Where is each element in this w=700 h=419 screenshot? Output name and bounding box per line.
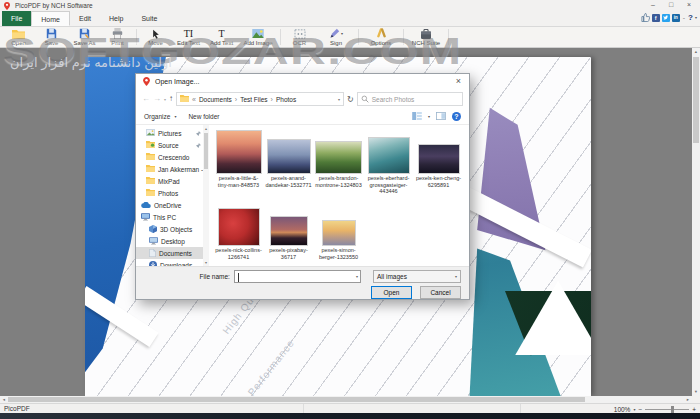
save-as-button[interactable]: Save As [68, 27, 101, 47]
facebook-icon[interactable]: f [652, 14, 660, 22]
file-item[interactable]: pexels-nick-collins-1266741 [215, 209, 262, 266]
file-thumbnail[interactable] [323, 221, 355, 245]
scroll-down-icon[interactable]: ▾ [692, 388, 700, 396]
breadcrumb-segment-documents[interactable]: Documents [199, 96, 232, 103]
horizontal-scrollbar[interactable]: ◂ ▸ [0, 396, 692, 403]
sidebar-scroll-thumb[interactable] [204, 133, 208, 169]
breadcrumb-segment-test-files[interactable]: Test Files [240, 96, 267, 103]
tab-file[interactable]: File [2, 11, 31, 26]
file-item[interactable]: pexels-anand-dandekar-1532771 [265, 129, 312, 209]
file-name-dropdown-icon[interactable]: ▾ [356, 274, 358, 279]
sidebar-item-onedrive[interactable]: OneDrive [136, 199, 209, 211]
open-dialog-cancel-button[interactable]: Cancel [420, 286, 461, 299]
thumbs-up-icon[interactable] [641, 13, 650, 23]
vertical-scroll-thumb[interactable] [693, 57, 699, 143]
file-name-input[interactable] [235, 271, 360, 282]
sidebar-item-3d-objects[interactable]: 3D Objects [136, 223, 209, 235]
zoom-dropdown-icon[interactable]: ▾ [633, 407, 635, 412]
ocr-button[interactable]: OCR [283, 27, 316, 47]
search-box[interactable]: Search Photos [357, 92, 463, 106]
sidebar-item-downloads[interactable]: Downloads [136, 259, 209, 266]
file-item[interactable]: pexels-simon-berger-1323550 [315, 209, 362, 266]
sidebar-item-this-pc[interactable]: This PC [136, 211, 209, 223]
refresh-icon[interactable]: ↻ [347, 95, 354, 104]
sign-dropdown-icon[interactable]: ▾ [341, 31, 343, 36]
twitter-icon[interactable] [662, 14, 670, 22]
file-item[interactable]: pexels-ken-cheng-6295891 [415, 129, 462, 209]
sidebar-item-crescendo[interactable]: Crescendo [136, 151, 209, 163]
file-name-combo[interactable]: ▾ [234, 270, 361, 283]
tab-suite[interactable]: Suite [132, 11, 166, 26]
organize-dropdown-icon[interactable]: ▾ [174, 114, 176, 119]
forward-icon[interactable]: → [153, 95, 161, 103]
dialog-help-icon[interactable]: ? [452, 112, 461, 121]
breadcrumb-chevron-icon[interactable]: › [271, 96, 273, 103]
sidebar-item-jan-akkerman[interactable]: Jan Akkerman - [136, 163, 209, 175]
minimize-button[interactable]: – [644, 0, 662, 10]
sidebar-item-desktop[interactable]: Desktop [136, 235, 209, 247]
help-dropdown-icon[interactable]: ▾ [695, 15, 697, 20]
file-type-dropdown-icon[interactable]: ▾ [455, 274, 457, 279]
tab-home[interactable]: Home [31, 11, 70, 26]
scroll-up-icon[interactable]: ▴ [203, 125, 209, 132]
save-button[interactable]: Save [35, 27, 68, 47]
file-thumbnail[interactable] [271, 217, 307, 245]
sidebar-item-photos[interactable]: Photos [136, 187, 209, 199]
horizontal-scroll-thumb[interactable] [8, 397, 585, 402]
help-menu-icon[interactable]: ? [688, 13, 693, 22]
add-text-button[interactable]: T Add Text [205, 27, 238, 47]
file-thumbnail[interactable] [268, 140, 310, 173]
tab-edit[interactable]: Edit [70, 11, 100, 26]
breadcrumb-chevron-icon[interactable]: › [235, 96, 237, 103]
new-folder-button[interactable]: New folder [188, 113, 219, 120]
breadcrumb-segment-photos[interactable]: Photos [276, 96, 296, 103]
linkedin-icon[interactable]: in [672, 14, 680, 22]
maximize-button[interactable]: □ [662, 0, 680, 10]
up-icon[interactable]: ↑ [169, 95, 173, 103]
nch-suite-button[interactable]: NCH Suite [406, 27, 446, 47]
move-button[interactable]: Move [139, 27, 172, 47]
open-dialog-open-button[interactable]: Open [371, 286, 412, 299]
zoom-in-button[interactable]: + [692, 406, 696, 413]
recent-locations-dropdown-icon[interactable]: ▾ [164, 97, 166, 102]
edit-text-button[interactable]: TI Edit Text [172, 27, 205, 47]
file-item[interactable]: pexels-eberhard-grossgasteiger-443446 [365, 129, 412, 209]
scroll-up-icon[interactable]: ▴ [692, 48, 700, 56]
preview-pane-icon[interactable] [436, 112, 446, 121]
breadcrumb-collapse-marker[interactable]: « [192, 96, 196, 103]
file-thumbnail[interactable] [316, 142, 361, 173]
organize-button[interactable]: Organize [144, 113, 170, 120]
file-thumbnail[interactable] [369, 138, 409, 173]
sidebar-item-pictures[interactable]: Pictures [136, 127, 209, 139]
open-button[interactable]: Open [2, 27, 35, 47]
scroll-right-icon[interactable]: ▸ [684, 396, 692, 403]
sidebar-item-source[interactable]: Source [136, 139, 209, 151]
breadcrumb-dropdown-icon[interactable]: ▾ [338, 97, 340, 102]
sidebar-item-mixpad[interactable]: MixPad [136, 175, 209, 187]
sign-button[interactable]: ▾ Sign [316, 27, 356, 47]
breadcrumb[interactable]: « Documents › Test Files › Photos ▾ [176, 92, 344, 106]
scroll-left-icon[interactable]: ◂ [0, 396, 8, 403]
sidebar-item-documents[interactable]: Documents [136, 247, 209, 259]
file-item[interactable]: pexels-a-little-&-tiny-man-848573 [215, 129, 262, 209]
print-button[interactable]: Print [101, 27, 134, 47]
file-thumbnail[interactable] [419, 145, 459, 173]
vertical-scrollbar[interactable]: ▴ ▾ [692, 48, 700, 396]
file-thumbnail[interactable] [217, 131, 261, 173]
zoom-out-button[interactable]: − [638, 406, 642, 413]
back-icon[interactable]: ← [142, 95, 150, 103]
file-item[interactable]: pexels-brandon-montrone-1324803 [315, 129, 362, 209]
options-button[interactable]: Options [361, 27, 401, 47]
dialog-close-icon[interactable]: × [456, 77, 461, 86]
tab-help[interactable]: Help [100, 11, 132, 26]
views-icon[interactable] [412, 112, 422, 121]
file-type-select[interactable]: All images ▾ [373, 270, 461, 283]
file-item[interactable]: pexels-pixabay-36717 [265, 209, 312, 266]
scroll-down-icon[interactable]: ▾ [203, 259, 209, 266]
file-thumbnail[interactable] [219, 209, 259, 245]
views-dropdown-icon[interactable]: ▾ [428, 114, 430, 119]
zoom-slider[interactable] [645, 409, 689, 410]
zoom-level[interactable]: 100% [614, 406, 631, 413]
zoom-slider-thumb[interactable] [671, 406, 674, 413]
dialog-title-bar[interactable]: Open Image... × [136, 74, 469, 89]
